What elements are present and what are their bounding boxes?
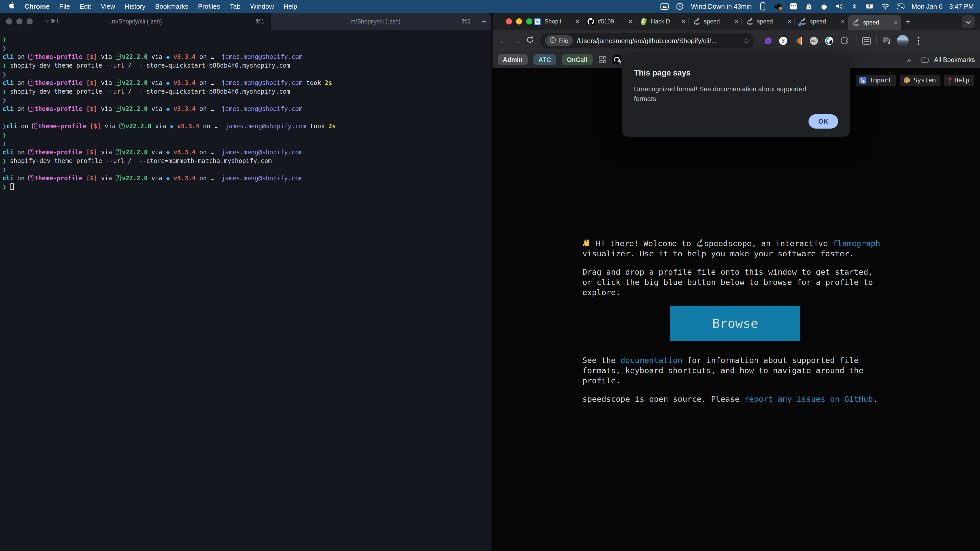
wifi-icon[interactable] bbox=[881, 2, 890, 11]
shopify-bag-icon[interactable]: S bbox=[804, 2, 813, 11]
terminal-text-segment: ❯ bbox=[3, 36, 6, 43]
bookmark-chip-admin[interactable]: Admin bbox=[498, 54, 528, 65]
terminal-tab-2[interactable]: ..m/Shopify/cli (-zsh) ⌘2 bbox=[270, 13, 477, 30]
scan-icon[interactable] bbox=[660, 2, 669, 11]
keyboard-icon[interactable] bbox=[789, 2, 798, 11]
close-button[interactable] bbox=[6, 18, 12, 24]
menu-edit[interactable]: Edit bbox=[80, 3, 91, 11]
close-tab-icon[interactable]: × bbox=[682, 17, 686, 25]
menu-view[interactable]: View bbox=[101, 3, 115, 11]
ext-lock-ring-icon[interactable] bbox=[825, 37, 834, 45]
address-bar[interactable]: File /Users/jamesmeng/src/github.com/Sho… bbox=[540, 33, 754, 48]
status-text[interactable]: Mon Jan 6 bbox=[912, 3, 942, 11]
chrome-tabs: 6Shopif×#5109×Hack D×speed×speed×speed×s… bbox=[529, 13, 901, 30]
tomato-icon[interactable] bbox=[820, 2, 829, 11]
cloud-badge-icon[interactable] bbox=[774, 2, 783, 11]
terminal-tab-key: ⌘1 bbox=[255, 18, 264, 25]
menu-chrome[interactable]: Chrome bbox=[24, 3, 49, 11]
minimize-button[interactable] bbox=[16, 18, 22, 24]
all-bookmarks-button[interactable]: All Bookmarks bbox=[934, 56, 975, 64]
menu-tab[interactable]: Tab bbox=[230, 3, 241, 11]
system-button[interactable]: System bbox=[900, 75, 940, 86]
browser-tab-1[interactable]: 6Shopif× bbox=[529, 13, 582, 30]
browser-tab-4[interactable]: speed× bbox=[689, 13, 741, 30]
menu-help[interactable]: Help bbox=[283, 3, 297, 11]
menu-bookmarks[interactable]: Bookmarks bbox=[155, 3, 188, 11]
ext-s-circle-icon[interactable]: S bbox=[779, 37, 788, 45]
terminal-text-segment: ❯ bbox=[3, 97, 6, 104]
close-button[interactable] bbox=[506, 18, 512, 24]
url-text[interactable]: /Users/jamesmeng/src/github.com/Shopify/… bbox=[577, 37, 717, 45]
terminal-text-segment: via bbox=[148, 79, 166, 86]
back-button[interactable]: ← bbox=[499, 36, 507, 46]
terminal-line: ❯ bbox=[3, 96, 488, 105]
menu-window[interactable]: Window bbox=[250, 3, 274, 11]
status-text[interactable]: Wind Down in 43min bbox=[691, 3, 752, 11]
forward-button[interactable]: → bbox=[513, 36, 521, 46]
browser-tab-6[interactable]: speed× bbox=[795, 13, 848, 30]
minimize-button[interactable] bbox=[516, 18, 522, 24]
kebab-menu-icon[interactable] bbox=[914, 37, 923, 45]
missing-glyph-box: ? bbox=[119, 123, 124, 129]
close-tab-icon[interactable]: × bbox=[788, 17, 792, 25]
menu-profiles[interactable]: Profiles bbox=[198, 3, 220, 11]
battery-charging-icon[interactable] bbox=[865, 2, 874, 11]
ext-megaphone-icon[interactable] bbox=[794, 37, 803, 45]
grid-icon[interactable] bbox=[599, 56, 606, 63]
browser-tab-5[interactable]: speed× bbox=[741, 13, 795, 30]
ext-purple-gear-icon[interactable] bbox=[764, 37, 772, 45]
close-tab-icon[interactable]: × bbox=[894, 19, 898, 27]
menu-history[interactable]: History bbox=[125, 3, 145, 11]
media-playlist-icon[interactable] bbox=[883, 37, 891, 45]
reload-button[interactable] bbox=[526, 36, 534, 46]
help-button[interactable]: ?Help bbox=[944, 75, 974, 86]
terminal-tab-bar: ⌥⌘1 ..m/Shopify/cli (-zsh) ⌘1 ..m/Shopif… bbox=[0, 13, 491, 30]
bookmark-star-icon[interactable]: ☆ bbox=[743, 37, 749, 45]
ext-markdown-icon[interactable]: md bbox=[810, 37, 818, 45]
apple-menu-icon[interactable] bbox=[8, 2, 15, 11]
browser-tab-3[interactable]: Hack D× bbox=[635, 13, 689, 30]
control-center-icon[interactable] bbox=[896, 2, 905, 11]
terminal-text-segment: cli bbox=[6, 123, 17, 130]
iphone-mirroring-icon[interactable] bbox=[759, 2, 767, 11]
terminal-output[interactable]: ❯❯cli on ?theme-profile [$] via ?v22.2.0… bbox=[0, 30, 491, 191]
close-tab-icon[interactable]: × bbox=[735, 17, 738, 25]
terminal-new-tab-button[interactable]: + bbox=[477, 13, 491, 30]
zoom-button[interactable] bbox=[27, 18, 33, 24]
terminal-text-segment: shopify-dev theme profile --url / --stor… bbox=[10, 88, 290, 95]
volume-icon[interactable] bbox=[835, 2, 844, 11]
close-tab-icon[interactable]: × bbox=[576, 17, 579, 25]
ok-button[interactable]: OK bbox=[808, 114, 838, 129]
link-documentation[interactable]: documentation bbox=[620, 356, 682, 365]
close-tab-icon[interactable]: × bbox=[841, 17, 845, 25]
bookmarks-divider bbox=[916, 55, 916, 64]
link-flamegraph[interactable]: flamegraph bbox=[833, 239, 880, 248]
browser-tab-7[interactable]: speed× bbox=[848, 15, 901, 30]
bluetooth-icon[interactable] bbox=[850, 2, 859, 11]
browser-tab-2[interactable]: #5109× bbox=[582, 13, 635, 30]
terminal-text-segment: james.meng@shopify.com bbox=[221, 79, 303, 86]
file-scheme-chip[interactable]: File bbox=[545, 35, 573, 46]
import-button[interactable]: Import bbox=[856, 75, 896, 86]
terminal-traffic-lights[interactable] bbox=[6, 18, 33, 24]
tab-search-button[interactable] bbox=[962, 15, 975, 28]
menu-file[interactable]: File bbox=[59, 3, 70, 11]
terminal-tab-1[interactable]: ⌥⌘1 ..m/Shopify/cli (-zsh) ⌘1 bbox=[0, 13, 270, 30]
browse-button[interactable]: Browse bbox=[670, 306, 800, 341]
profile-avatar[interactable] bbox=[897, 35, 908, 47]
puzzle-icon[interactable] bbox=[840, 37, 849, 45]
link-report[interactable]: report any issues on GitHub bbox=[745, 394, 873, 403]
focus-timer-icon[interactable] bbox=[676, 2, 684, 11]
terminal-text-segment: via bbox=[101, 123, 119, 130]
chrome-traffic-lights[interactable] bbox=[506, 18, 532, 24]
status-text[interactable]: 3:47 PM bbox=[949, 3, 974, 11]
bookmark-chip-atc[interactable]: ATC bbox=[533, 54, 556, 65]
bookmark-chip-oncall[interactable]: OnCall bbox=[562, 54, 593, 65]
side-panel-icon[interactable] bbox=[862, 37, 871, 45]
terminal-text-segment bbox=[218, 123, 225, 130]
github-bookmark-icon[interactable]: 9 bbox=[612, 56, 621, 64]
bookmarks-overflow-chevrons[interactable]: » bbox=[907, 56, 911, 64]
welcome-text: formats, keyboard shortcuts, and how to … bbox=[582, 366, 863, 375]
new-tab-button[interactable]: + bbox=[901, 14, 915, 29]
close-tab-icon[interactable]: × bbox=[628, 17, 632, 25]
